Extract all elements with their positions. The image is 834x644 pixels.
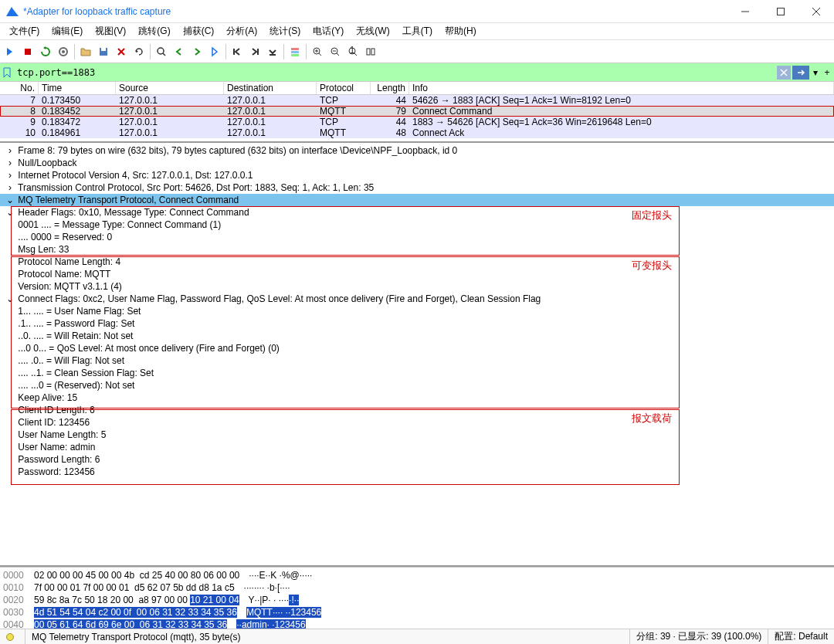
packet-row[interactable]: 90.183472127.0.0.1127.0.0.1TCP441883 → 5… [0, 117, 834, 127]
menu-item[interactable]: 电话(Y) [307, 23, 350, 39]
status-protocol: MQ Telemetry Transport Protocol (mqtt), … [25, 629, 630, 644]
tree-node[interactable]: Keep Alive: 15 [0, 391, 834, 404]
tree-expander-icon[interactable]: ⌄ [5, 293, 15, 305]
packet-bytes-pane[interactable]: 0000 02 00 00 00 45 00 00 4b cd 25 40 00… [0, 567, 834, 629]
status-profile[interactable]: 配置: Default [768, 629, 834, 644]
tree-node[interactable]: 0001 .... = Message Type: Connect Comman… [0, 219, 834, 231]
tree-node[interactable]: › Null/Loopback [0, 157, 834, 169]
tree-node[interactable]: ...0 0... = QoS Level: At most once deli… [0, 342, 834, 354]
find-button[interactable] [153, 43, 170, 60]
menu-item[interactable]: 分析(A) [220, 23, 263, 39]
tree-node[interactable]: .... ..1. = Clean Session Flag: Set [0, 367, 834, 379]
hex-row[interactable]: 0020 59 8c 8a 7c 50 18 20 00 a8 97 00 00… [3, 594, 831, 606]
tree-node[interactable]: Protocol Name Length: 4 [0, 256, 834, 268]
menu-item[interactable]: 编辑(E) [46, 23, 89, 39]
capture-options-button[interactable] [55, 43, 72, 60]
tree-node[interactable]: .... ...0 = (Reserved): Not set [0, 379, 834, 391]
tree-node[interactable]: ..0. .... = Will Retain: Not set [0, 330, 834, 342]
tree-node[interactable]: User Name: admin [0, 441, 834, 453]
tree-node[interactable]: 1... .... = User Name Flag: Set [0, 305, 834, 317]
minimize-button[interactable] [727, 0, 763, 23]
tree-node[interactable]: › Frame 8: 79 bytes on wire (632 bits), … [0, 144, 834, 157]
stop-capture-button[interactable] [19, 43, 36, 60]
tree-node[interactable]: Client ID: 123456 [0, 416, 834, 429]
tree-expander-icon[interactable]: ⌄ [5, 194, 15, 206]
start-capture-button[interactable] [2, 43, 19, 60]
tree-expander-icon[interactable]: › [5, 169, 15, 181]
menu-item[interactable]: 捕获(C) [177, 23, 221, 39]
tree-node[interactable]: ⌄ Connect Flags: 0xc2, User Name Flag, P… [0, 293, 834, 305]
go-forward-button[interactable] [188, 43, 205, 60]
tree-node[interactable]: Protocol Name: MQTT [0, 268, 834, 280]
colorize-button[interactable] [286, 43, 303, 60]
menu-item[interactable]: 文件(F) [3, 23, 46, 39]
display-filter-input[interactable] [14, 63, 777, 81]
tree-spacer [5, 231, 15, 243]
packet-row[interactable]: 100.184961127.0.0.1127.0.0.1MQTT48Connec… [0, 127, 834, 138]
column-header-info[interactable]: Info [409, 82, 834, 94]
tree-expander-icon[interactable]: ⌄ [5, 206, 15, 219]
menu-item[interactable]: 跳转(G) [132, 23, 176, 39]
column-header-dest[interactable]: Destination [224, 82, 317, 94]
display-filter-bar: ▾ + [0, 63, 834, 82]
restart-capture-button[interactable] [37, 43, 54, 60]
go-to-packet-button[interactable] [206, 43, 223, 60]
tree-node[interactable]: Password Length: 6 [0, 453, 834, 466]
tree-node[interactable]: .... .0.. = Will Flag: Not set [0, 354, 834, 367]
go-last-button[interactable] [246, 43, 263, 60]
go-back-button[interactable] [171, 43, 188, 60]
hex-row[interactable]: 0010 7f 00 00 01 7f 00 00 01 d5 62 07 5b… [3, 581, 831, 594]
tree-spacer [5, 391, 15, 404]
menu-item[interactable]: 帮助(H) [439, 23, 483, 39]
expert-info-led-icon[interactable] [6, 633, 14, 641]
column-header-protocol[interactable]: Protocol [317, 82, 371, 94]
open-file-button[interactable] [77, 43, 94, 60]
filter-bookmark-icon[interactable] [0, 64, 14, 81]
auto-scroll-button[interactable] [264, 43, 281, 60]
tree-node[interactable]: User Name Length: 5 [0, 429, 834, 441]
packet-list-pane[interactable]: No. Time Source Destination Protocol Len… [0, 82, 834, 143]
menu-item[interactable]: 工具(T) [396, 23, 439, 39]
tree-node[interactable]: ⌄ MQ Telemetry Transport Protocol, Conne… [0, 194, 834, 206]
hex-row[interactable]: 0000 02 00 00 00 45 00 00 4b cd 25 40 00… [3, 569, 831, 581]
maximize-button[interactable] [763, 0, 798, 23]
column-header-length[interactable]: Length [371, 82, 409, 94]
close-file-button[interactable] [113, 43, 130, 60]
apply-filter-button[interactable] [792, 66, 809, 80]
tree-node[interactable]: .1.. .... = Password Flag: Set [0, 317, 834, 330]
tree-node[interactable]: .... 0000 = Reserved: 0 [0, 231, 834, 243]
packet-details-pane[interactable]: › Frame 8: 79 bytes on wire (632 bits), … [0, 143, 834, 567]
add-filter-button[interactable]: + [822, 66, 832, 80]
resize-columns-button[interactable] [362, 43, 379, 60]
tree-node[interactable]: Client ID Length: 6 [0, 404, 834, 416]
tree-node[interactable]: ⌄ Header Flags: 0x10, Message Type: Conn… [0, 206, 834, 219]
clear-filter-button[interactable] [777, 66, 791, 80]
tree-node[interactable]: Msg Len: 33 [0, 243, 834, 256]
hex-row[interactable]: 0030 4d 51 54 54 04 c2 00 0f 00 06 31 32… [3, 606, 831, 619]
tree-expander-icon[interactable]: › [5, 144, 15, 157]
column-header-no[interactable]: No. [0, 82, 39, 94]
menu-item[interactable]: 视图(V) [89, 23, 132, 39]
tree-expander-icon[interactable]: › [5, 181, 15, 194]
reload-button[interactable] [131, 43, 147, 60]
packet-row[interactable]: 80.183452127.0.0.1127.0.0.1MQTT79Connect… [0, 106, 834, 117]
tree-expander-icon[interactable]: › [5, 157, 15, 169]
packet-row[interactable]: 70.173450127.0.0.1127.0.0.1TCP4454626 → … [0, 95, 834, 106]
column-header-source[interactable]: Source [116, 82, 224, 94]
menu-item[interactable]: 统计(S) [263, 23, 307, 39]
close-button[interactable] [798, 0, 834, 23]
column-header-time[interactable]: Time [39, 82, 116, 94]
tree-node[interactable]: Password: 123456 [0, 466, 834, 478]
menu-item[interactable]: 无线(W) [350, 23, 395, 39]
tree-node-label: 0001 .... = Message Type: Connect Comman… [15, 219, 221, 231]
recent-filters-button[interactable]: ▾ [811, 66, 820, 80]
tree-node[interactable]: › Internet Protocol Version 4, Src: 127.… [0, 169, 834, 181]
zoom-out-button[interactable] [327, 43, 344, 60]
save-button[interactable] [95, 43, 112, 60]
tree-node[interactable]: Version: MQTT v3.1.1 (4) [0, 280, 834, 293]
zoom-in-button[interactable] [309, 43, 326, 60]
tree-node[interactable]: › Transmission Control Protocol, Src Por… [0, 181, 834, 194]
zoom-reset-button[interactable]: 1 [344, 43, 361, 60]
hex-row[interactable]: 0040 00 05 61 64 6d 69 6e 00 06 31 32 33… [3, 619, 831, 629]
go-first-button[interactable] [229, 43, 246, 60]
